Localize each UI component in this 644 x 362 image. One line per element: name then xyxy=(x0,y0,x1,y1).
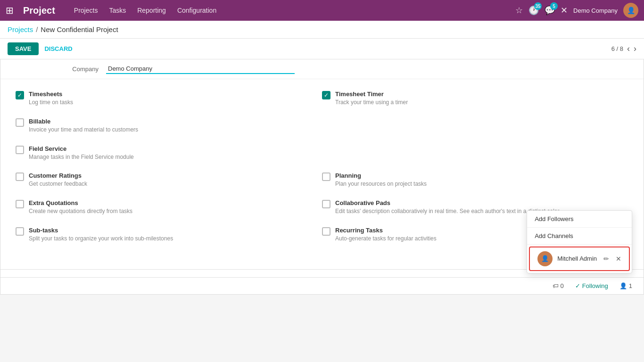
clock-badge: 35 xyxy=(534,2,542,10)
pagination: 6 / 8 ‹ › xyxy=(611,44,636,54)
check-icon: ✓ xyxy=(575,282,580,289)
sub-tasks-checkbox[interactable] xyxy=(16,227,24,236)
planning-checkbox[interactable] xyxy=(322,173,330,181)
main-content: Company Demo Company ✓ Timesheets Log ti… xyxy=(0,59,644,295)
nav-tasks[interactable]: Tasks xyxy=(109,7,126,14)
timesheets-title: Timesheets xyxy=(29,90,73,98)
recurring-tasks-title: Recurring Tasks xyxy=(335,227,437,234)
add-followers-item[interactable]: Add Followers xyxy=(527,211,632,228)
timesheets-desc: Log time on tasks xyxy=(29,99,73,107)
settings-row-2: Billable Invoice your time and material … xyxy=(16,118,628,134)
timesheets-info: Timesheets Log time on tasks xyxy=(29,90,73,107)
setting-field-service: Field Service Manage tasks in the Field … xyxy=(16,145,322,161)
setting-empty-2 xyxy=(322,145,628,161)
collaborative-pads-checkbox[interactable] xyxy=(322,200,330,208)
chat-badge: 5 xyxy=(550,2,558,10)
setting-empty-1 xyxy=(322,118,628,134)
setting-customer-ratings: Customer Ratings Get customer feedback xyxy=(16,172,322,188)
sub-tasks-info: Sub-tasks Split your tasks to organize y… xyxy=(29,227,173,243)
planning-title: Planning xyxy=(335,172,427,179)
toolbar: SAVE DISCARD 6 / 8 ‹ › xyxy=(0,39,644,59)
setting-extra-quotations: Extra Quotations Create new quotations d… xyxy=(16,199,322,215)
collaborative-pads-title: Collaborative Pads xyxy=(335,199,561,206)
following-button[interactable]: ✓ Following xyxy=(575,282,608,289)
company-label: Company xyxy=(12,66,106,73)
field-service-desc: Manage tasks in the Field Service module xyxy=(29,153,134,161)
timesheet-timer-checkbox[interactable]: ✓ xyxy=(322,91,330,99)
billable-desc: Invoice your time and material to custom… xyxy=(29,126,138,134)
billable-info: Billable Invoice your time and material … xyxy=(29,118,138,134)
nav-configuration[interactable]: Configuration xyxy=(177,7,216,14)
remove-icon[interactable]: ✕ xyxy=(616,255,621,263)
timesheets-checkbox[interactable]: ✓ xyxy=(16,91,24,99)
prev-button[interactable]: ‹ xyxy=(627,44,630,54)
customer-ratings-checkbox[interactable] xyxy=(16,173,24,181)
followers-dropdown: Add Followers Add Channels 👤 Mitchell Ad… xyxy=(527,210,632,273)
pagination-text: 6 / 8 xyxy=(611,45,623,52)
user-avatar[interactable]: 👤 xyxy=(623,3,638,18)
followers-action[interactable]: 👤 1 xyxy=(619,282,632,289)
settings-row-4: Customer Ratings Get customer feedback P… xyxy=(16,172,628,188)
recurring-tasks-checkbox[interactable] xyxy=(322,227,330,236)
person-icon: 👤 xyxy=(619,282,627,289)
customer-ratings-info: Customer Ratings Get customer feedback xyxy=(29,172,87,188)
breadcrumb-separator: / xyxy=(36,25,38,33)
nav-projects[interactable]: Projects xyxy=(74,7,98,14)
setting-timesheets: ✓ Timesheets Log time on tasks xyxy=(16,90,322,107)
nav-menu: Projects Tasks Reporting Configuration xyxy=(74,7,508,14)
sub-tasks-title: Sub-tasks xyxy=(29,227,173,234)
planning-info: Planning Plan your resources on project … xyxy=(335,172,427,188)
field-service-checkbox[interactable] xyxy=(16,146,24,154)
company-value[interactable]: Demo Company xyxy=(106,64,295,74)
extra-quotations-title: Extra Quotations xyxy=(29,199,132,206)
extra-quotations-checkbox[interactable] xyxy=(16,200,24,208)
bottom-bar: 🏷 0 ✓ Following 👤 1 Add Followers Add Ch… xyxy=(0,277,644,294)
billable-title: Billable xyxy=(29,118,138,125)
next-button[interactable]: › xyxy=(634,44,636,54)
followers-count: 1 xyxy=(629,282,632,289)
setting-sub-tasks: Sub-tasks Split your tasks to organize y… xyxy=(16,227,322,243)
clock-icon[interactable]: 🕐 35 xyxy=(528,5,539,16)
app-title: Project xyxy=(23,5,55,16)
extra-quotations-info: Extra Quotations Create new quotations d… xyxy=(29,199,132,215)
timesheet-timer-title: Timesheet Timer xyxy=(335,90,408,98)
tags-icon: 🏷 xyxy=(553,282,559,289)
discard-button[interactable]: DISCARD xyxy=(44,45,72,52)
recurring-tasks-info: Recurring Tasks Auto-generate tasks for … xyxy=(335,227,437,243)
breadcrumb: Projects / New Confidential Project xyxy=(0,21,644,39)
setting-billable: Billable Invoice your time and material … xyxy=(16,118,322,134)
navbar-right: ☆ 🕐 35 💬 5 ✕ Demo Company 👤 xyxy=(515,3,638,18)
setting-planning: Planning Plan your resources on project … xyxy=(322,172,628,188)
billable-checkbox[interactable] xyxy=(16,118,24,127)
breadcrumb-parent[interactable]: Projects xyxy=(8,25,33,33)
customer-ratings-desc: Get customer feedback xyxy=(29,180,87,188)
field-service-title: Field Service xyxy=(29,145,134,152)
grid-icon[interactable]: ⊞ xyxy=(6,5,14,16)
planning-desc: Plan your resources on project tasks xyxy=(335,180,427,188)
navbar: ⊞ Project Projects Tasks Reporting Confi… xyxy=(0,0,644,21)
nav-reporting[interactable]: Reporting xyxy=(137,7,166,14)
chat-icon[interactable]: 💬 5 xyxy=(545,5,555,16)
following-label: Following xyxy=(582,282,608,289)
form-card: Company Demo Company ✓ Timesheets Log ti… xyxy=(0,59,644,295)
recurring-tasks-desc: Auto-generate tasks for regular activiti… xyxy=(335,235,437,243)
timesheet-timer-info: Timesheet Timer Track your time using a … xyxy=(335,90,408,107)
breadcrumb-current: New Confidential Project xyxy=(41,25,118,33)
user-row: 👤 Mitchell Admin ✏ ✕ xyxy=(529,247,630,271)
field-service-info: Field Service Manage tasks in the Field … xyxy=(29,145,134,161)
tags-count: 0 xyxy=(561,282,564,289)
add-channels-item[interactable]: Add Channels xyxy=(527,228,632,245)
user-avatar-small: 👤 xyxy=(537,251,553,266)
user-name: Mitchell Admin xyxy=(557,255,597,262)
timesheet-timer-desc: Track your time using a timer xyxy=(335,99,408,107)
settings-row-3: Field Service Manage tasks in the Field … xyxy=(16,145,628,161)
star-icon[interactable]: ☆ xyxy=(515,5,523,16)
save-button[interactable]: SAVE xyxy=(8,42,39,55)
setting-timesheet-timer: ✓ Timesheet Timer Track your time using … xyxy=(322,90,628,107)
close-icon[interactable]: ✕ xyxy=(561,5,568,16)
extra-quotations-desc: Create new quotations directly from task… xyxy=(29,207,132,215)
tags-action[interactable]: 🏷 0 xyxy=(553,282,564,289)
edit-icon[interactable]: ✏ xyxy=(603,255,609,263)
customer-ratings-title: Customer Ratings xyxy=(29,172,87,179)
settings-row-1: ✓ Timesheets Log time on tasks ✓ Timeshe… xyxy=(16,90,628,107)
